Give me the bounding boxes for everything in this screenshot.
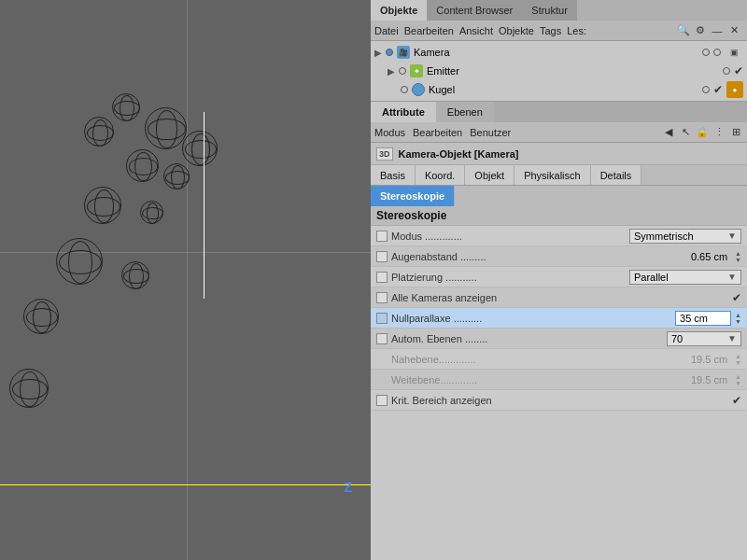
axis-z-label: Z [344,480,352,495]
prop-weitebene: Weitebene............. 19.5 cm ▲ ▼ [371,370,747,390]
prop-checkbox-krit[interactable] [376,395,388,406]
tree-item-kugel[interactable]: Kugel ✔ ● [397,80,747,99]
tree-label-kamera: Kamera [414,47,450,58]
emitter-icon: ✦ [410,64,423,77]
spinner-down[interactable]: ▼ [735,257,741,263]
tab-attribute[interactable]: Attribute [371,102,436,122]
dot2[interactable] [702,49,710,56]
prop-input-nullpar[interactable] [675,311,731,326]
prop-label-weitebene: Weitebene............. [376,374,687,385]
tab-koord[interactable]: Koord. [416,165,465,185]
lock-icon[interactable]: 🔒 [695,125,710,140]
menu-datei[interactable]: Datei [374,25,399,36]
prop-alle-kameras: Alle Kameras anzeigen ✔ [371,287,747,308]
prop-checkbox-nullpar[interactable] [376,313,388,324]
right-panel: Objekte Content Browser Struktur Datei B… [371,0,747,560]
camera-object-title: Kamera-Objekt [Kamera] [399,148,519,160]
spinner-down[interactable]: ▼ [735,380,741,386]
prop-checkbox-alle-kameras[interactable] [376,292,388,303]
tab-basis[interactable]: Basis [371,165,416,185]
tab-physikalisch[interactable]: Physikalisch [514,165,591,185]
back-arrow-icon[interactable]: ◀ [661,125,676,140]
guide-line-v [204,112,204,299]
grid-line-h [0,252,371,253]
prop-label-platzierung: Platzierung ........... [391,272,626,283]
menu-benutzer[interactable]: Benutzer [470,127,511,138]
tab-ebenen[interactable]: Ebenen [436,102,494,122]
minimize-icon[interactable]: — [710,23,725,38]
prop-checkbox-autom[interactable] [376,333,388,344]
prop-label-alle-kameras: Alle Kameras anzeigen [391,292,721,303]
menu-tags[interactable]: Tags [540,25,561,36]
viewport[interactable]: Z [0,0,371,560]
prop-label-augenabstand: Augenabstand ......... [391,251,687,262]
spinner-up[interactable]: ▲ [735,250,741,257]
prop-value-weitebene: 19.5 cm [691,374,727,385]
grid-line-v [187,0,188,560]
menu-les[interactable]: Les: [567,25,586,36]
dot2[interactable] [723,67,730,75]
sphere-object [9,369,49,408]
spinner-down[interactable]: ▼ [735,359,741,366]
guide-line-h [0,484,371,485]
sphere-object [182,131,218,166]
visibility-dot[interactable] [399,67,406,75]
sphere-object [84,187,121,224]
prop-dropdown-platzierung[interactable]: Parallel ▼ [629,270,741,285]
menu-ansicht[interactable]: Ansicht [459,25,493,36]
cursor-icon[interactable]: ↖ [678,125,693,140]
visibility-dot[interactable] [386,49,393,56]
prop-label-nullpar: Nullparallaxe .......... [391,313,671,324]
sphere-object [56,238,103,285]
sphere-object [145,107,187,149]
tab-details[interactable]: Details [591,165,642,185]
spinner-down[interactable]: ▼ [735,318,741,325]
prop-krit-bereich: Krit. Bereich anzeigen ✔ [371,390,747,411]
tab-struktur[interactable]: Struktur [522,0,577,21]
object-tree: ▶ 🎥 Kamera ▣ ▶ ✦ Emitter [371,41,747,102]
prop-label-nahebene: Nahebene............. [376,354,687,365]
prop-spinner-nullpar[interactable]: ▲ ▼ [735,312,741,325]
sphere-object [126,149,159,182]
prop-check-krit: ✔ [732,394,741,407]
menu-bearbeiten2[interactable]: Bearbeiten [413,127,462,138]
prop-checkbox-modus[interactable] [376,231,388,242]
dropdown-arrow: ▼ [727,272,737,282]
top-tab-bar: Objekte Content Browser Struktur [371,0,747,21]
check-kugel: ✔ [713,83,723,96]
camera-preview: ▣ [725,43,743,62]
visibility-dot[interactable] [401,86,408,93]
prop-modus: Modus ............. Symmetrisch ▼ [371,226,747,246]
sphere-object [23,299,59,334]
tab-objekt[interactable]: Objekt [465,165,514,185]
menu-objekte[interactable]: Objekte [499,25,534,36]
prop-value-augenabstand: 0.65 cm [691,251,727,262]
search-icon[interactable]: 🔍 [676,23,691,38]
sphere-object [163,163,190,189]
prop-dropdown-modus[interactable]: Symmetrisch ▼ [629,229,741,244]
sphere-object [140,201,163,224]
spinner-up[interactable]: ▲ [735,373,741,380]
tab-content-browser[interactable]: Content Browser [427,0,522,21]
dot3[interactable] [713,49,721,56]
dots-icon[interactable]: ⋮ [712,125,726,140]
tree-item-kamera[interactable]: ▶ 🎥 Kamera ▣ [371,43,747,62]
prop-spinner-weitebene[interactable]: ▲ ▼ [735,373,741,386]
prop-spinner-nahebene[interactable]: ▲ ▼ [735,353,741,366]
close-icon[interactable]: ✕ [726,23,741,38]
settings-icon[interactable]: ⚙ [693,23,708,38]
tree-item-emitter[interactable]: ▶ ✦ Emitter ✔ [384,62,747,80]
tab-objekte[interactable]: Objekte [371,0,427,21]
prop-spinner-augenabstand[interactable]: ▲ ▼ [735,250,741,263]
prop-checkbox-platzierung[interactable] [376,272,388,283]
spinner-up[interactable]: ▲ [735,312,741,318]
dot2[interactable] [702,86,710,93]
spinner-up[interactable]: ▲ [735,353,741,359]
prop-checkbox-augenabstand[interactable] [376,251,388,262]
tab-stereoskopie[interactable]: Stereoskopie [371,186,455,206]
3d-badge: 3D [376,147,393,161]
prop-dropdown-autom[interactable]: 70 ▼ [667,331,741,346]
menu-bearbeiten[interactable]: Bearbeiten [404,25,454,36]
expand2-icon[interactable]: ⊞ [728,125,743,140]
menu-modus[interactable]: Modus [374,127,405,138]
